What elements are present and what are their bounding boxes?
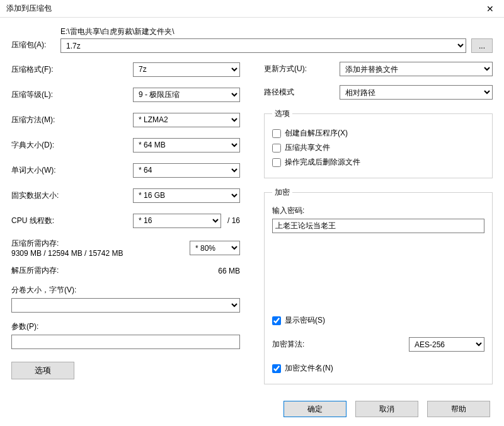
browse-button[interactable]: ... [471,38,493,53]
archive-file-combo[interactable]: 1.7z [60,38,466,53]
help-button[interactable]: 帮助 [427,401,490,417]
password-label: 输入密码: [272,205,484,216]
ok-button[interactable]: 确定 [284,401,346,417]
threads-select[interactable]: * 16 [133,214,221,228]
show-password-label: 显示密码(S) [285,315,325,326]
update-mode-select[interactable]: 添加并替换文件 [340,62,493,76]
sfx-label: 创建自解压程序(X) [285,128,348,139]
solid-label: 固实数据大小: [11,190,133,201]
params-label: 参数(P): [11,321,240,332]
encrypt-fieldset: 加密 输入密码: 显示密码(S) 加密算法: AES-256 加密文件名(N) [264,187,493,384]
level-select[interactable]: 9 - 极限压缩 [133,88,240,102]
archive-path-text: E:\雷电共享\白虎剪裁\新建文件夹\ [60,26,466,37]
encrypt-legend: 加密 [272,187,292,198]
delete-checkbox[interactable] [272,158,281,167]
mem-comp-label: 压缩所需内存: [11,238,190,249]
dialog-footer: 确定 取消 帮助 [11,393,493,420]
sfx-checkbox[interactable] [272,129,281,138]
mem-percent-select[interactable]: * 80% [190,241,240,255]
mem-comp-value: 9309 MB / 12594 MB / 15742 MB [11,249,190,258]
archive-row: 压缩包(A): E:\雷电共享\白虎剪裁\新建文件夹\ 1.7z ... [11,26,493,53]
enc-algo-select[interactable]: AES-256 [409,337,484,352]
split-label: 分卷大小，字节(V): [11,285,240,296]
threads-label: CPU 线程数: [11,216,133,226]
window-title: 添加到压缩包 [6,3,52,14]
dialog-content: 压缩包(A): E:\雷电共享\白虎剪裁\新建文件夹\ 1.7z ... 压缩格… [0,18,504,426]
encrypt-names-checkbox[interactable] [272,364,281,373]
ellipsis-icon: ... [479,42,485,50]
mem-decomp-label: 解压所需内存: [11,265,190,276]
dict-label: 字典大小(D): [11,140,133,151]
share-checkbox[interactable] [272,144,281,153]
level-label: 压缩等级(L): [11,89,133,100]
password-input[interactable] [272,219,484,233]
dict-select[interactable]: * 64 MB [133,138,240,153]
share-label: 压缩共享文件 [285,142,330,153]
word-select[interactable]: * 64 [133,163,240,178]
options-fieldset: 选项 创建自解压程序(X) 压缩共享文件 操作完成后删除源文件 [264,108,493,178]
options-button[interactable]: 选项 [11,362,74,379]
left-column: 压缩格式(F): 7z 压缩等级(L): 9 - 极限压缩 压缩方法(M): *… [11,62,240,393]
titlebar: 添加到压缩包 ✕ [0,0,504,18]
word-label: 单词大小(W): [11,165,133,176]
options-legend: 选项 [272,108,292,119]
enc-algo-label: 加密算法: [272,339,409,350]
close-icon: ✕ [486,4,494,14]
format-select[interactable]: 7z [133,62,240,77]
right-column: 更新方式(U): 添加并替换文件 路径模式 相对路径 选项 创建自解压程序(X)… [264,62,493,393]
encrypt-names-label: 加密文件名(N) [285,363,333,374]
path-mode-select[interactable]: 相对路径 [340,85,493,100]
cancel-button[interactable]: 取消 [355,401,418,417]
archive-label: 压缩包(A): [11,40,55,53]
solid-select[interactable]: * 16 GB [133,188,240,203]
path-mode-label: 路径模式 [264,87,340,98]
mem-decomp-value: 66 MB [190,267,240,275]
show-password-checkbox[interactable] [272,316,281,325]
threads-total: / 16 [221,216,240,225]
params-input[interactable] [11,335,240,349]
delete-label: 操作完成后删除源文件 [285,157,360,168]
update-mode-label: 更新方式(U): [264,64,340,74]
close-button[interactable]: ✕ [478,1,503,17]
method-label: 压缩方法(M): [11,115,133,125]
split-select[interactable] [11,298,240,313]
method-select[interactable]: * LZMA2 [133,113,240,127]
format-label: 压缩格式(F): [11,64,133,75]
